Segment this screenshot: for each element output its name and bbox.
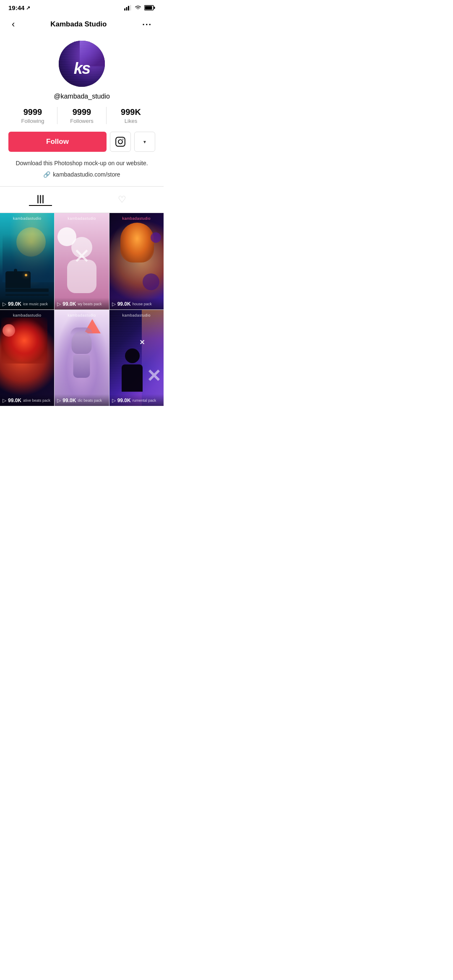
status-time: 19:44 ↗ (8, 4, 30, 11)
stats-row: 9999 Following 9999 Followers 999K Likes (8, 107, 155, 124)
likes-label: Likes (125, 118, 137, 124)
view-count-2: 99.0K (62, 301, 76, 307)
view-count-4: 99.0K (8, 398, 21, 403)
svg-rect-3 (130, 5, 131, 10)
channel-label-6: kambadastudio (109, 313, 164, 317)
bar-deco (5, 289, 49, 292)
play-icon-6: ▷ (112, 398, 116, 403)
likes-count: 999K (121, 107, 141, 117)
time-display: 19:44 (8, 4, 24, 11)
caption-4: ative beats pack (23, 398, 50, 403)
view-count-1: 99.0K (8, 301, 21, 307)
followers-stat: 9999 Followers (57, 107, 107, 124)
website-link[interactable]: kambadastudio.com/store (53, 171, 120, 178)
video-overlay-5: ▷ 99.0K dic beats pack (55, 394, 109, 406)
instagram-button[interactable] (110, 132, 131, 152)
following-stat: 9999 Following (8, 107, 57, 124)
avatar-initials: ks (74, 60, 90, 78)
person-rock (5, 255, 31, 288)
caption-6: rumental pack (133, 398, 156, 403)
x-mark-large: ✕ (146, 367, 161, 385)
status-icons (124, 5, 155, 10)
face-glow (120, 223, 154, 263)
website-row[interactable]: 🔗 kambadastudio.com/store (43, 171, 120, 178)
thumbnail-2: ✕ (55, 213, 109, 309)
chevron-down-icon: ▼ (143, 140, 147, 144)
svg-rect-5 (154, 7, 155, 9)
svg-rect-1 (126, 7, 128, 10)
caption-3: house pack (133, 302, 152, 306)
instagram-icon (115, 136, 126, 147)
video-grid: kambadastudio ▷ 99.0K ice music pack ✕ k… (0, 213, 164, 406)
tabs-row: ♡ (0, 187, 164, 213)
video-overlay-1: ▷ 99.0K ice music pack (0, 298, 54, 309)
header: ‹ Kambada Studio ··· (0, 14, 164, 36)
video-cell-6[interactable]: ✕ ✕ kambadastudio ▷ 99.0K rumental pack (109, 310, 164, 406)
svg-rect-7 (116, 137, 125, 146)
following-count: 9999 (23, 107, 42, 117)
channel-label-3: kambadastudio (109, 216, 164, 221)
channel-label-5: kambadastudio (55, 313, 109, 317)
video-cell-2[interactable]: ✕ kambadastudio ▷ 99.0K wy beats pack (55, 213, 109, 309)
view-count-6: 99.0K (117, 398, 131, 403)
battery-icon (144, 5, 155, 10)
video-overlay-4: ▷ 99.0K ative beats pack (0, 394, 54, 406)
video-cell-1[interactable]: kambadastudio ▷ 99.0K ice music pack (0, 213, 54, 309)
channel-label-2: kambadastudio (55, 216, 109, 221)
svg-point-9 (122, 139, 123, 140)
video-overlay-2: ▷ 99.0K wy beats pack (55, 298, 109, 309)
video-overlay-3: ▷ 99.0K house pack (109, 298, 164, 309)
location-icon: ↗ (26, 5, 30, 11)
view-count-3: 99.0K (117, 301, 131, 307)
view-count-5: 99.0K (62, 398, 76, 403)
thumbnail-6: ✕ ✕ (109, 310, 164, 406)
status-bar: 19:44 ↗ (0, 0, 164, 14)
caption-2: wy beats pack (78, 302, 102, 306)
purple-dot2 (143, 273, 159, 290)
face-container (120, 223, 158, 269)
channel-label-1: kambadastudio (0, 216, 54, 221)
video-cell-5[interactable]: kambadastudio ▷ 99.0K dic beats pack (55, 310, 109, 406)
back-button[interactable]: ‹ (8, 17, 18, 31)
svg-rect-6 (145, 6, 152, 10)
more-options-button[interactable]: ··· (139, 18, 155, 31)
play-icon-4: ▷ (3, 398, 6, 403)
thumbnail-4 (0, 310, 54, 406)
svg-rect-0 (124, 8, 125, 10)
thumbnail-3 (109, 213, 164, 309)
followers-label: Followers (70, 118, 94, 124)
play-icon-2: ▷ (57, 301, 61, 307)
bio-text: Download this Photoshop mock-up on our w… (16, 159, 148, 168)
play-icon-1: ▷ (3, 301, 6, 307)
play-icon-3: ▷ (112, 301, 116, 307)
thumbnail-5 (55, 310, 109, 406)
svg-rect-2 (128, 6, 129, 10)
tab-grid[interactable] (29, 193, 52, 206)
cross-mark: ✕ (73, 246, 91, 267)
video-cell-3[interactable]: kambadastudio ▷ 99.0K house pack (109, 213, 164, 309)
statue-head (72, 331, 92, 354)
username: @kambada_studio (54, 93, 110, 100)
grid-icon (37, 195, 44, 203)
caption-1: ice music pack (23, 302, 48, 306)
caption-5: dic beats pack (78, 398, 102, 403)
statue-body (68, 331, 95, 373)
profile-section: ks @kambada_studio 9999 Following 9999 F… (0, 36, 164, 186)
page-title: Kambada Studio (50, 20, 107, 29)
wifi-icon (134, 5, 142, 10)
play-icon-5: ▷ (57, 398, 61, 403)
purple-dot1 (151, 232, 161, 243)
action-row: Follow ▼ (8, 132, 155, 152)
video-cell-4[interactable]: kambadastudio ▷ 99.0K ative beats pack (0, 310, 54, 406)
video-overlay-6: ▷ 99.0K rumental pack (109, 394, 164, 406)
person-silhouette (117, 348, 147, 392)
statue-torso (73, 355, 90, 378)
following-label: Following (21, 118, 44, 124)
tab-liked[interactable]: ♡ (109, 192, 135, 207)
avatar: ks (59, 41, 105, 87)
follow-button[interactable]: Follow (8, 132, 107, 152)
followers-count: 9999 (73, 107, 91, 117)
dropdown-button[interactable]: ▼ (134, 132, 155, 152)
heart-icon: ♡ (118, 194, 126, 205)
bar-deco2 (5, 294, 49, 296)
